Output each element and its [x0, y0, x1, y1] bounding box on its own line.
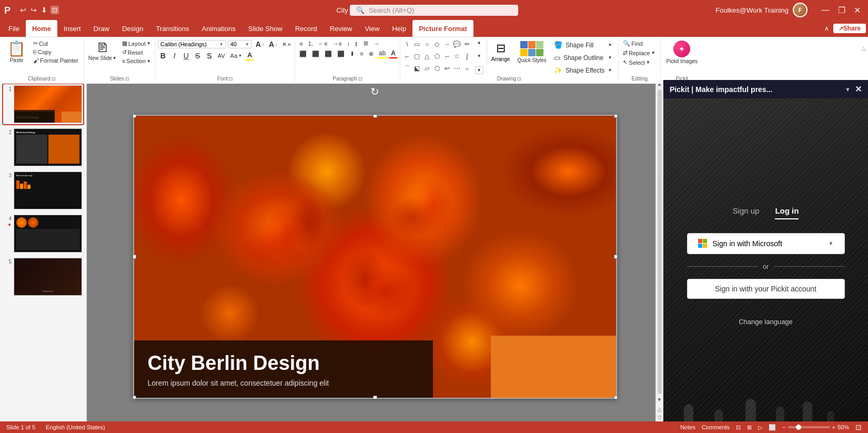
- scroll-down-button[interactable]: ▼: [656, 396, 663, 404]
- slide-thumb-1[interactable]: 1 City Berlin Design: [3, 84, 83, 124]
- format-painter-button[interactable]: 🖌 Format Painter: [31, 57, 80, 64]
- copy-button[interactable]: ⎘ Copy: [31, 48, 80, 56]
- comments-button[interactable]: Comments: [702, 424, 730, 430]
- smartart-button[interactable]: ⊕: [367, 49, 376, 58]
- ribbon-expand-button[interactable]: △: [860, 44, 868, 52]
- italic-button[interactable]: I: [169, 51, 180, 61]
- next-slide-button[interactable]: ▽: [657, 414, 663, 421]
- pickit-login-tab[interactable]: Log in: [775, 206, 799, 219]
- underline-button[interactable]: U: [181, 51, 191, 61]
- pickit-close-button[interactable]: ✕: [855, 84, 862, 94]
- shape-rounded-rect[interactable]: ▢: [412, 52, 422, 61]
- shape-circle[interactable]: ○: [422, 39, 432, 49]
- slide-thumb-5[interactable]: 5 Thank You: [3, 257, 83, 297]
- clear-formatting-button[interactable]: ✕A: [280, 39, 292, 49]
- bold-button[interactable]: B: [158, 51, 168, 61]
- tab-home[interactable]: Home: [26, 20, 57, 37]
- tab-insert[interactable]: Insert: [57, 20, 87, 37]
- tab-animations[interactable]: Animations: [196, 20, 242, 37]
- undo-button[interactable]: ↩: [19, 5, 27, 15]
- zoom-slider[interactable]: [788, 426, 830, 428]
- prev-slide-button[interactable]: △: [657, 405, 663, 413]
- clipboard-label[interactable]: Clipboard ⊡: [3, 76, 80, 82]
- shape-more[interactable]: ⋯: [452, 64, 462, 73]
- user-avatar[interactable]: F: [793, 3, 808, 17]
- sign-in-microsoft-button[interactable]: Sign in with Microsoft ▼: [687, 233, 845, 254]
- decrease-font-button[interactable]: A↓: [267, 39, 279, 49]
- shape-right-angle[interactable]: ⌐: [402, 52, 412, 61]
- view-slide-sorter-button[interactable]: ⊞: [747, 424, 752, 431]
- replace-button[interactable]: ⇄ Replace ▼: [621, 49, 657, 57]
- shape-freeform[interactable]: ✏: [462, 39, 472, 49]
- zoom-minus-button[interactable]: −: [782, 424, 785, 430]
- convert-list-button[interactable]: →: [371, 39, 381, 47]
- editing-group-label[interactable]: Editing: [621, 76, 658, 82]
- arrange-button[interactable]: ⊟ Arrange: [487, 39, 514, 64]
- zoom-thumb[interactable]: [796, 425, 801, 430]
- align-left-button[interactable]: ⬛: [297, 49, 309, 58]
- shape-rect[interactable]: ▭: [412, 39, 422, 49]
- shape-fill-button[interactable]: 🪣 Shape Fill ▼: [550, 39, 616, 51]
- shadow-button[interactable]: S: [204, 51, 215, 61]
- font-case-button[interactable]: Aa▼: [228, 52, 244, 59]
- slide-thumb-4[interactable]: 4★: [3, 214, 83, 254]
- font-color-para-button[interactable]: A: [389, 49, 398, 58]
- shape-effects-button[interactable]: ✨ Shape Effects ▼: [550, 65, 616, 76]
- redo-button[interactable]: ↪: [29, 5, 38, 15]
- shape-diamond[interactable]: ◇: [432, 39, 442, 49]
- close-button[interactable]: ✕: [851, 4, 864, 16]
- share-button[interactable]: ↗ Share: [833, 24, 866, 33]
- shape-hexagon[interactable]: ⬡: [432, 64, 442, 73]
- shape-triangle[interactable]: △: [422, 52, 432, 61]
- zoom-plus-button[interactable]: +: [832, 424, 835, 430]
- section-button[interactable]: ≡ Section ▼: [120, 57, 153, 65]
- shape-pentagon[interactable]: ⬠: [432, 52, 442, 61]
- add-column-button[interactable]: ⊞: [361, 39, 370, 47]
- cut-button[interactable]: ✂ Cut: [31, 39, 80, 47]
- decrease-indent-button[interactable]: ←≡: [316, 39, 329, 47]
- canvas-vertical-scrollbar[interactable]: ▲ ▼ △ ▽: [655, 80, 663, 421]
- new-slide-button[interactable]: 🖹 New Slide ▼: [86, 39, 119, 63]
- shape-arrow-r[interactable]: →: [442, 39, 452, 49]
- pickit-dropdown-arrow[interactable]: ▼: [845, 86, 851, 93]
- shapes-scroll-down[interactable]: ▼: [475, 53, 483, 59]
- search-wrapper[interactable]: 🔍 Search (Alt+Q): [350, 5, 518, 16]
- strikethrough-button[interactable]: S: [193, 51, 203, 61]
- slides-group-label[interactable]: Slides ⊡: [86, 76, 153, 82]
- drawing-group-label[interactable]: Drawing ⊡: [402, 76, 617, 82]
- find-button[interactable]: 🔍 Find: [621, 39, 644, 47]
- layout-button[interactable]: ▦ Layout ▼: [120, 39, 153, 47]
- sign-in-pickit-button[interactable]: Sign in with your Pickit account: [687, 279, 845, 299]
- tab-view[interactable]: View: [358, 20, 386, 37]
- rotation-indicator[interactable]: ↻: [370, 85, 379, 98]
- shape-outline-button[interactable]: ▭ Shape Outline ▼: [550, 52, 616, 63]
- shape-callout[interactable]: 💬: [452, 39, 462, 49]
- ribbon-collapse-button[interactable]: ∧: [824, 25, 829, 32]
- tab-transitions[interactable]: Transitions: [149, 20, 195, 37]
- view-presenter-button[interactable]: ⬜: [769, 424, 776, 431]
- shape-arc[interactable]: ⌒: [402, 64, 412, 73]
- text-direction-button[interactable]: ⬇: [348, 49, 357, 58]
- shape-double-arrow[interactable]: ↔: [442, 52, 452, 61]
- columns-button[interactable]: ⫿: [353, 39, 360, 47]
- present-online-icon[interactable]: ⊡: [51, 6, 59, 14]
- pickit-signup-tab[interactable]: Sign up: [733, 206, 760, 219]
- tab-help[interactable]: Help: [386, 20, 412, 37]
- fit-to-window-button[interactable]: ⊡: [855, 423, 862, 431]
- reset-button[interactable]: ↺ Reset: [120, 48, 153, 56]
- font-name-select[interactable]: Calibri (Headings) ▼: [158, 40, 226, 48]
- tab-draw[interactable]: Draw: [87, 20, 116, 37]
- tab-slideshow[interactable]: Slide Show: [242, 20, 289, 37]
- align-right-button[interactable]: ⬛: [322, 49, 334, 58]
- view-normal-button[interactable]: ⊡: [736, 424, 741, 431]
- shapes-more[interactable]: ▼: [475, 66, 483, 74]
- quick-styles-button[interactable]: Quick Styles: [515, 39, 549, 65]
- change-language-button[interactable]: Change language: [739, 318, 793, 326]
- scroll-thumb-v[interactable]: [658, 89, 662, 394]
- justify-button[interactable]: ⬛: [335, 49, 347, 58]
- minimize-button[interactable]: —: [818, 4, 833, 16]
- highlight-color-button[interactable]: ab: [377, 49, 388, 58]
- shape-star[interactable]: ☆: [452, 52, 462, 61]
- notes-button[interactable]: Notes: [680, 424, 695, 430]
- line-spacing-button[interactable]: ↕: [345, 39, 352, 47]
